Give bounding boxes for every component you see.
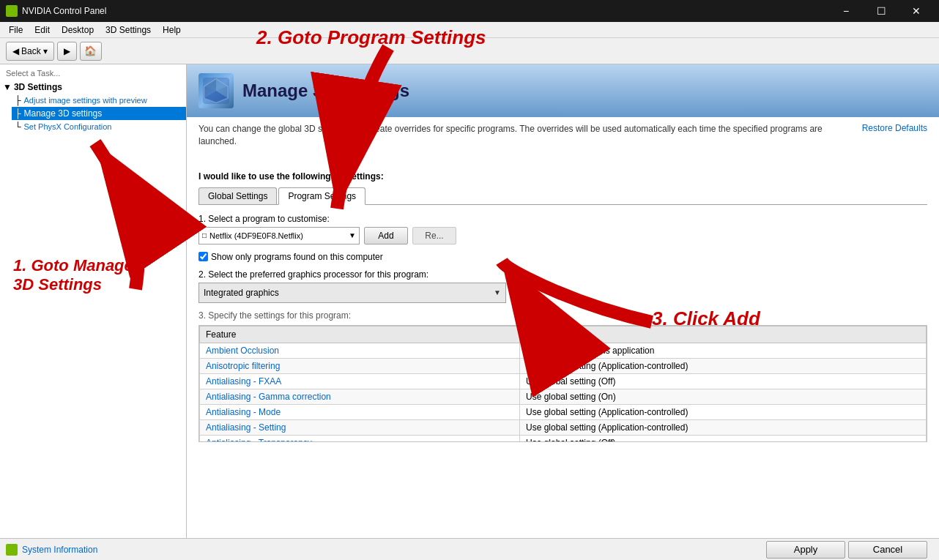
restore-defaults-link[interactable]: Restore Defaults <box>862 123 927 133</box>
titlebar-controls: − ☐ ✕ <box>829 0 933 22</box>
minimize-button[interactable]: − <box>829 0 863 22</box>
titlebar: NVIDIA Control Panel − ☐ ✕ <box>0 0 939 22</box>
tree-root-label: 3D Settings <box>14 82 62 92</box>
forward-arrow-icon: ▶ <box>64 46 70 56</box>
feature-cell: Anisotropic filtering <box>200 358 520 373</box>
graphics-processor-value: Integrated graphics <box>204 288 279 298</box>
sidebar-item-physx[interactable]: └ Set PhysX Configuration <box>12 120 186 133</box>
add-button[interactable]: Add <box>364 227 408 244</box>
program-select-display[interactable]: □ Netflix (4DF9E0F8.Netflix) ▼ <box>198 227 360 244</box>
sidebar: Select a Task... ▼ 3D Settings ├ Adjust … <box>0 64 187 538</box>
physx-link[interactable]: Set PhysX Configuration <box>24 122 112 131</box>
checkbox-label[interactable]: Show only programs found on this compute… <box>211 252 383 262</box>
menubar: File Edit Desktop 3D Settings Help <box>0 22 939 38</box>
page-title: Manage 3D Settings <box>242 81 409 101</box>
setting-cell: Use global setting (Application-controll… <box>519 419 926 435</box>
sidebar-header: Select a Task... <box>0 67 186 81</box>
tree-dash-icon-3: └ <box>15 122 21 132</box>
tree-root-3d-settings[interactable]: ▼ 3D Settings <box>0 81 186 94</box>
settings-table-container: Feature Setting Ambient OcclusionNot sup… <box>198 325 927 442</box>
table-row[interactable]: Antialiasing - SettingUse global setting… <box>200 419 927 435</box>
statusbar: System Information Apply Cancel <box>0 538 939 560</box>
feature-cell: Antialiasing - Gamma correction <box>200 389 520 404</box>
program-select-value: Netflix (4DF9E0F8.Netflix) <box>209 231 349 240</box>
menu-3d-settings[interactable]: 3D Settings <box>100 23 157 37</box>
manage-3d-label: Manage 3D settings <box>24 108 103 119</box>
setting-cell: Use global setting (Application-controll… <box>519 404 926 419</box>
statusbar-left: System Information <box>6 544 97 556</box>
checkbox-row: Show only programs found on this compute… <box>198 252 927 262</box>
setting-cell: Use global setting (On) <box>519 389 926 404</box>
table-row[interactable]: Ambient OcclusionNot supported for this … <box>200 343 927 358</box>
col-feature: Feature <box>200 326 520 343</box>
cancel-button[interactable]: Cancel <box>848 541 927 559</box>
feature-cell: Antialiasing - Transparency <box>200 435 520 442</box>
home-button[interactable]: 🏠 <box>80 42 102 61</box>
maximize-button[interactable]: ☐ <box>864 0 898 22</box>
setting-cell: Use global setting (Off) <box>519 373 926 389</box>
graphics-dropdown-icon: ▼ <box>494 288 501 296</box>
forward-button[interactable]: ▶ <box>57 42 77 61</box>
step1-row: 1. Select a program to customise: □ Netf… <box>198 214 927 244</box>
content-body: I would like to use the following 3D set… <box>187 163 939 451</box>
tab-global-settings[interactable]: Global Settings <box>198 187 277 204</box>
collapse-icon: ▼ <box>3 82 12 92</box>
home-icon: 🏠 <box>84 45 97 56</box>
menu-edit[interactable]: Edit <box>29 23 56 37</box>
close-button[interactable]: ✕ <box>899 0 933 22</box>
table-row[interactable]: Antialiasing - Gamma correctionUse globa… <box>200 389 927 404</box>
description-text: You can change the global 3D settings an… <box>198 123 927 148</box>
settings-table: Feature Setting Ambient OcclusionNot sup… <box>199 326 927 442</box>
setting-cell: Use global setting (Off) <box>519 435 926 442</box>
system-info-link[interactable]: System Information <box>22 545 97 555</box>
main-layout: Select a Task... ▼ 3D Settings ├ Adjust … <box>0 64 939 538</box>
statusbar-buttons: Apply Cancel <box>766 541 933 559</box>
remove-button[interactable]: Re... <box>412 227 456 244</box>
feature-cell: Antialiasing - Mode <box>200 404 520 419</box>
tabs-container: Global Settings Program Settings <box>198 187 927 205</box>
setting-cell: Not supported for this application <box>519 343 926 358</box>
tab-program-settings[interactable]: Program Settings <box>278 187 365 205</box>
step2-row: 2. Select the preferred graphics process… <box>198 269 927 303</box>
table-row[interactable]: Antialiasing - ModeUse global setting (A… <box>200 404 927 419</box>
tree-dash-icon-2: ├ <box>15 108 21 119</box>
tree-children: ├ Adjust image settings with preview ├ M… <box>12 94 186 133</box>
back-arrow-icon: ◀ <box>12 46 19 56</box>
sidebar-item-manage-3d[interactable]: ├ Manage 3D settings <box>12 107 186 120</box>
program-select-row: □ Netflix (4DF9E0F8.Netflix) ▼ Add Re... <box>198 227 927 244</box>
table-row[interactable]: Anisotropic filteringUse global setting … <box>200 358 927 373</box>
table-row[interactable]: Antialiasing - TransparencyUse global se… <box>200 435 927 442</box>
tree-dash-icon: ├ <box>15 95 21 105</box>
menu-file[interactable]: File <box>3 23 29 37</box>
back-dropdown-icon: ▾ <box>43 46 48 56</box>
menu-help[interactable]: Help <box>157 23 187 37</box>
select-dropdown-icon: ▼ <box>349 231 356 239</box>
content-area: Manage 3D Settings Restore Defaults You … <box>187 64 939 538</box>
sidebar-item-adjust-image[interactable]: ├ Adjust image settings with preview <box>12 94 186 107</box>
feature-cell: Antialiasing - Setting <box>200 419 520 435</box>
titlebar-left: NVIDIA Control Panel <box>6 5 106 17</box>
back-label: Back <box>21 46 41 56</box>
feature-cell: Ambient Occlusion <box>200 343 520 358</box>
feature-cell: Antialiasing - FXAA <box>200 373 520 389</box>
page-header-icon <box>198 73 234 108</box>
toolbar: ◀ Back ▾ ▶ 🏠 <box>0 38 939 64</box>
col-setting: Setting <box>519 326 926 343</box>
setting-cell: Use global setting (Application-controll… <box>519 358 926 373</box>
3d-settings-icon <box>201 76 231 105</box>
statusbar-nvidia-icon <box>6 544 18 556</box>
step2-label: 2. Select the preferred graphics process… <box>198 269 927 280</box>
graphics-processor-dropdown[interactable]: Integrated graphics ▼ <box>198 283 506 303</box>
settings-prompt: I would like to use the following 3D set… <box>198 171 927 182</box>
back-button[interactable]: ◀ Back ▾ <box>6 42 54 61</box>
menu-desktop[interactable]: Desktop <box>56 23 100 37</box>
page-header: Manage 3D Settings <box>187 64 939 117</box>
apply-button[interactable]: Apply <box>766 541 845 559</box>
adjust-image-link[interactable]: Adjust image settings with preview <box>24 96 147 105</box>
table-row[interactable]: Antialiasing - FXAAUse global setting (O… <box>200 373 927 389</box>
step3-label: 3. Specify the settings for this program… <box>198 310 927 321</box>
show-only-checkbox[interactable] <box>198 252 208 261</box>
nvidia-logo-icon <box>6 5 18 17</box>
titlebar-title: NVIDIA Control Panel <box>22 6 106 16</box>
step1-label: 1. Select a program to customise: <box>198 214 927 224</box>
